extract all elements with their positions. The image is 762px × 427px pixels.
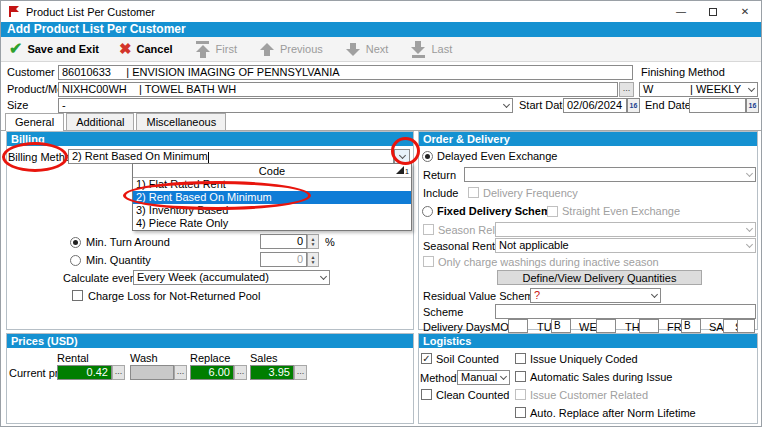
only-charge-washings-label: Only charge washings during inactive sea… bbox=[438, 255, 659, 270]
clean-counted-label: Clean Counted bbox=[436, 388, 509, 403]
customer-input[interactable]: 86010633 | ENVISION IMAGING OF PENNSYLVA… bbox=[58, 65, 633, 80]
replace-column-header: Replace bbox=[190, 351, 230, 366]
wash-price-browse-button[interactable]: ... bbox=[174, 365, 187, 380]
end-date-label: End Date bbox=[645, 98, 691, 113]
method-select[interactable]: Manual bbox=[457, 370, 510, 385]
issue-uniquely-coded-checkbox[interactable] bbox=[515, 353, 526, 364]
end-date-calendar-icon[interactable]: 16 bbox=[746, 98, 759, 113]
season-related-checkbox[interactable] bbox=[423, 224, 434, 235]
tab-additional[interactable]: Additional bbox=[66, 113, 134, 130]
prices-section: Prices (USD) Rental Wash Replace Sales C… bbox=[6, 333, 414, 424]
charge-loss-checkbox[interactable] bbox=[72, 290, 83, 301]
tab-general[interactable]: General bbox=[5, 113, 64, 131]
previous-button[interactable]: Previous bbox=[245, 43, 323, 56]
annotation-ellipse-selected-item bbox=[123, 181, 311, 210]
day-we-input[interactable] bbox=[596, 319, 616, 333]
min-turn-around-radio[interactable] bbox=[70, 237, 81, 248]
annotation-ellipse-dropdown-arrow bbox=[391, 137, 420, 165]
scheme-input[interactable] bbox=[495, 304, 756, 319]
straight-even-exchange-label: Straight Even Exchange bbox=[562, 204, 680, 219]
chevron-down-icon bbox=[746, 240, 753, 247]
min-quantity-label: Min. Quantity bbox=[86, 253, 151, 268]
day-tu-input[interactable]: B bbox=[551, 319, 571, 333]
min-turn-around-stepper[interactable]: ▲▼ bbox=[307, 234, 319, 249]
calculate-every-select[interactable]: Every Week (accumulated) bbox=[133, 270, 330, 285]
fixed-delivery-scheme-radio[interactable] bbox=[422, 206, 433, 217]
app-window: Product List Per Customer — ✕ Add Produc… bbox=[0, 0, 762, 427]
close-button[interactable]: ✕ bbox=[729, 1, 761, 22]
product-model-input[interactable]: NIXHC00WH | TOWEL BATH WH bbox=[58, 82, 618, 97]
day-fr-input[interactable]: B bbox=[681, 319, 701, 333]
min-quantity-stepper[interactable]: ▲▼ bbox=[307, 252, 319, 267]
save-and-exit-button[interactable]: ✔ Save and Exit bbox=[9, 42, 99, 56]
size-select[interactable]: - bbox=[58, 98, 513, 113]
sort-ascending-icon: 1 bbox=[396, 166, 409, 178]
size-label: Size bbox=[7, 98, 28, 113]
method-label: Method bbox=[420, 371, 457, 386]
first-button[interactable]: First bbox=[181, 41, 237, 58]
app-logo-icon bbox=[7, 5, 20, 18]
automatic-sales-label: Automatic Sales during Issue bbox=[530, 370, 672, 385]
start-date-input[interactable]: 02/06/2024 bbox=[563, 98, 627, 113]
dropdown-column-header[interactable]: Code 1 bbox=[133, 164, 411, 178]
issue-customer-related-checkbox[interactable] bbox=[515, 389, 526, 400]
residual-value-scheme-label: Residual Value Scheme bbox=[423, 289, 540, 304]
finishing-method-select[interactable]: W | WEEKLY bbox=[639, 82, 758, 97]
dropdown-item-piece-rate-only[interactable]: 4) Piece Rate Only bbox=[133, 217, 411, 230]
seasonal-rent-select[interactable]: Not applicable bbox=[495, 238, 756, 253]
last-button[interactable]: Last bbox=[396, 41, 452, 58]
tab-miscellaneous[interactable]: Miscellaneous bbox=[136, 113, 226, 130]
replace-price-browse-button[interactable]: ... bbox=[234, 365, 247, 380]
fixed-delivery-scheme-label: Fixed Delivery Scheme bbox=[437, 204, 557, 219]
minimize-button[interactable]: — bbox=[665, 1, 697, 22]
clean-counted-checkbox[interactable] bbox=[421, 389, 432, 400]
delivery-frequency-checkbox[interactable] bbox=[468, 187, 479, 198]
billing-section-header: Billing bbox=[7, 132, 413, 146]
product-browse-button[interactable]: ... bbox=[619, 82, 634, 97]
sales-column-header: Sales bbox=[250, 351, 278, 366]
auto-replace-checkbox[interactable] bbox=[515, 407, 526, 418]
percent-label: % bbox=[325, 235, 335, 250]
chevron-down-icon bbox=[748, 84, 755, 91]
wash-price-input[interactable] bbox=[130, 365, 174, 380]
replace-price-input[interactable]: 6.00 bbox=[190, 365, 234, 380]
tab-bar: General Additional Miscellaneous bbox=[5, 113, 228, 131]
billing-method-combo-input[interactable]: 2) Rent Based On Minimum bbox=[68, 149, 394, 164]
return-select[interactable] bbox=[464, 167, 756, 182]
order-delivery-section-header: Order & Delivery bbox=[419, 132, 757, 146]
straight-even-exchange-checkbox[interactable] bbox=[547, 206, 558, 217]
only-charge-washings-checkbox[interactable] bbox=[423, 256, 434, 267]
min-quantity-input[interactable]: 0 bbox=[260, 252, 307, 267]
min-turn-around-input[interactable]: 0 bbox=[260, 234, 307, 249]
logistics-section: Logistics ✓ Soil Counted Issue Uniquely … bbox=[418, 333, 758, 424]
automatic-sales-checkbox[interactable] bbox=[515, 371, 526, 382]
season-related-select[interactable] bbox=[495, 222, 756, 237]
min-turn-around-label: Min. Turn Around bbox=[86, 235, 170, 250]
start-date-label: Start Date bbox=[519, 98, 569, 113]
define-view-delivery-quantities-button[interactable]: Define/View Delivery Quantities bbox=[497, 270, 702, 285]
maximize-button[interactable] bbox=[697, 1, 729, 22]
soil-counted-checkbox[interactable]: ✓ bbox=[421, 353, 432, 364]
sales-price-input[interactable]: 3.95 bbox=[250, 365, 294, 380]
rental-price-browse-button[interactable]: ... bbox=[112, 365, 125, 380]
rental-price-input[interactable]: 0.42 bbox=[57, 365, 112, 380]
start-date-calendar-icon[interactable]: 16 bbox=[627, 98, 640, 113]
cancel-button[interactable]: ✖ Cancel bbox=[107, 42, 173, 56]
next-icon bbox=[345, 43, 361, 56]
min-quantity-radio[interactable] bbox=[70, 255, 81, 266]
day-th-input[interactable] bbox=[639, 319, 659, 333]
soil-counted-label: Soil Counted bbox=[436, 352, 499, 367]
residual-value-scheme-select[interactable]: ? bbox=[530, 288, 661, 303]
toolbar: ✔ Save and Exit ✖ Cancel First Previous … bbox=[1, 37, 761, 62]
sales-price-browse-button[interactable]: ... bbox=[294, 365, 307, 380]
chevron-down-icon bbox=[503, 100, 510, 107]
scheme-label: Scheme bbox=[423, 305, 463, 320]
end-date-input[interactable] bbox=[689, 98, 746, 113]
include-label: Include bbox=[423, 186, 458, 201]
delayed-even-exchange-radio[interactable] bbox=[422, 151, 433, 162]
customer-label: Customer bbox=[7, 65, 55, 80]
text-caret bbox=[208, 152, 209, 163]
day-su-input[interactable] bbox=[737, 319, 755, 333]
next-button[interactable]: Next bbox=[331, 43, 389, 56]
day-mo-input[interactable] bbox=[508, 319, 528, 333]
